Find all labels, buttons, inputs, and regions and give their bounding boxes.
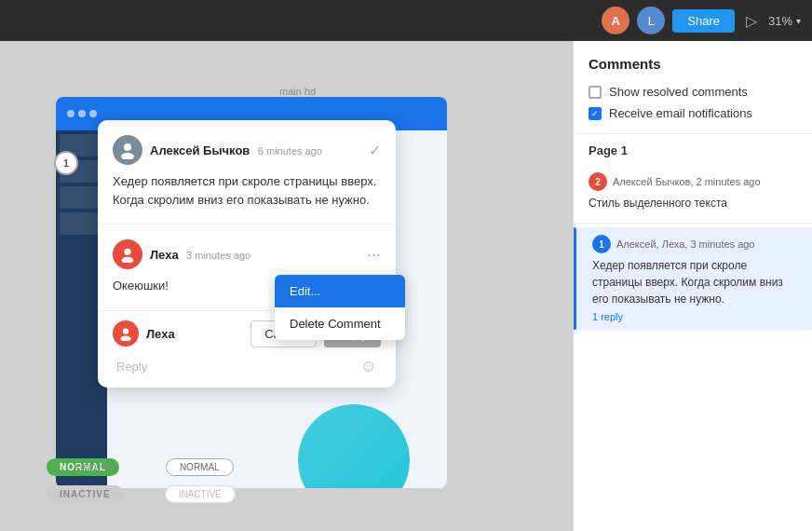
- page-label: Page 1: [574, 143, 812, 165]
- demo-inactive-btn-1: INACTIVE: [47, 485, 124, 503]
- svg-point-4: [123, 328, 129, 334]
- demo-outlined-inactive-btn: INACTIVE: [165, 485, 236, 503]
- comment-1-author: Алексей Бычков: [150, 143, 250, 157]
- right-panel: Comments Show resolved comments Receive …: [573, 41, 812, 531]
- panel-comment-card-2[interactable]: 1 Алексей, Леха, 3 minutes ago Хедер поя…: [574, 227, 812, 330]
- active-indicator: [574, 227, 576, 330]
- comment-more-button[interactable]: ···: [367, 245, 381, 265]
- emoji-button[interactable]: ☺: [360, 357, 377, 376]
- reply-placeholder: Reply: [116, 360, 147, 374]
- panel-author-2: Алексей, Леха, 3 minutes ago: [616, 238, 754, 250]
- zoom-label: 31% ▾: [768, 14, 801, 28]
- context-menu-edit[interactable]: Edit...: [275, 275, 405, 307]
- play-button[interactable]: ▷: [742, 12, 761, 30]
- svg-point-3: [122, 257, 134, 263]
- user-avatar-1[interactable]: A: [602, 7, 629, 34]
- comment-2-time: 3 minutes ago: [186, 250, 250, 261]
- reply-avatar: [113, 320, 139, 347]
- panel-text-1: Стиль выделенного текста: [589, 195, 797, 211]
- user-avatar-2[interactable]: L: [637, 7, 665, 34]
- email-notifications-label: Receive email notifications: [609, 106, 752, 120]
- panel-badge-2: 1: [592, 235, 611, 253]
- panel-title: Comments: [574, 41, 812, 81]
- panel-author-1: Алексей Бычков, 2 minutes ago: [613, 176, 761, 187]
- canvas-area: WATCH TUTORIAL anced marketing atify pro…: [0, 41, 573, 531]
- email-notifications-option[interactable]: Receive email notifications: [574, 102, 812, 124]
- svg-point-2: [124, 249, 130, 255]
- show-resolved-option[interactable]: Show resolved comments: [574, 81, 812, 102]
- share-button[interactable]: Share: [672, 9, 735, 33]
- comment-1-avatar: [113, 135, 142, 165]
- show-resolved-checkbox[interactable]: [589, 86, 602, 99]
- context-menu-delete[interactable]: Delete Comment: [275, 307, 405, 340]
- panel-badge-1: 2: [589, 172, 607, 191]
- svg-point-5: [120, 335, 130, 341]
- panel-comment-card-1[interactable]: 2 Алексей Бычков, 2 minutes ago Стиль вы…: [574, 165, 812, 219]
- panel-reply-count: 1 reply: [589, 311, 797, 322]
- comment-1-check-icon[interactable]: ✓: [369, 142, 381, 159]
- demo-outlined-btn-1: NORMAL: [166, 458, 234, 476]
- comment-popup: Алексей Бычков 6 minutes ago ✓ Хедер поя…: [98, 120, 396, 388]
- context-menu: Edit... Delete Comment: [275, 275, 405, 340]
- svg-point-0: [124, 143, 131, 151]
- main-hd-label: main hd: [279, 86, 316, 97]
- show-resolved-label: Show resolved comments: [609, 85, 748, 99]
- elements-label: _elements: [71, 461, 114, 471]
- panel-text-2: Хедер появляется при скроле страницы вве…: [589, 257, 797, 307]
- comment-1-time: 6 minutes ago: [258, 145, 322, 157]
- svg-point-1: [121, 153, 134, 159]
- comment-2-avatar: [113, 239, 142, 269]
- comment-2: Леха 3 minutes ago ··· Океюшки! Edit... …: [98, 225, 396, 311]
- panel-divider: [574, 133, 812, 134]
- reply-author-name: Леха: [146, 327, 175, 341]
- topbar: A L Share ▷ 31% ▾: [0, 0, 812, 41]
- comment-1: Алексей Бычков 6 minutes ago ✓ Хедер поя…: [98, 120, 396, 225]
- email-notifications-checkbox[interactable]: [589, 107, 602, 120]
- comment-1-text: Хедер появляется при скроле страницы вве…: [113, 172, 381, 209]
- pin-marker-1[interactable]: 1: [54, 151, 78, 175]
- panel-divider-2: [574, 223, 812, 224]
- comment-2-author: Леха: [150, 248, 179, 262]
